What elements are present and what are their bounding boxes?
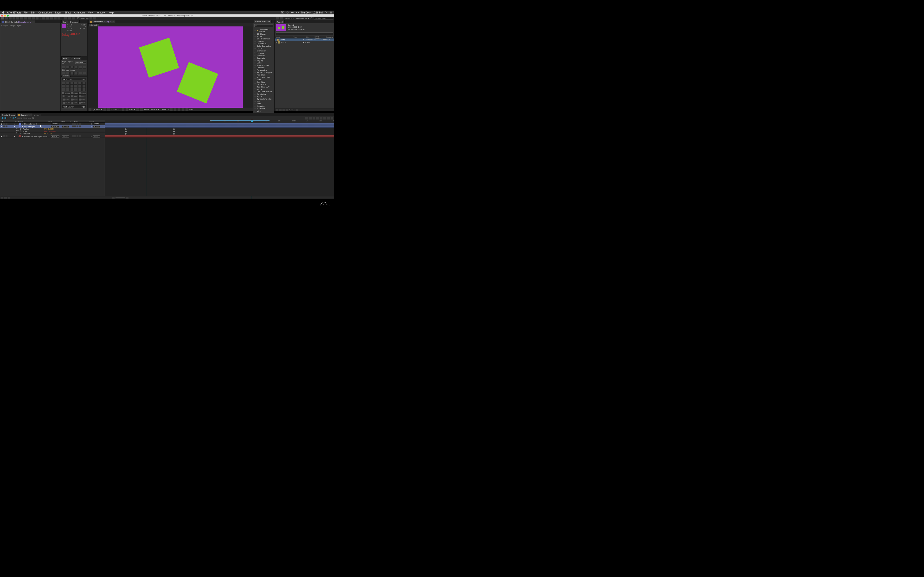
motion-blur-icon[interactable] — [320, 117, 322, 119]
footer-timecode[interactable]: 0:00:01:02 — [111, 108, 120, 111]
snapshot-icon[interactable] — [122, 108, 124, 111]
switch[interactable] — [72, 135, 74, 137]
motion-jump-button[interactable]: JUMP — [71, 95, 78, 98]
effects-category[interactable]: ▸Perspective — [254, 69, 273, 71]
layer-bar[interactable] — [105, 122, 334, 125]
stopwatch-icon[interactable]: ⏱ — [20, 130, 23, 132]
dropdown-icon[interactable]: ▾ — [158, 108, 159, 111]
effects-category[interactable]: ▸Red Giant MisFire — [254, 91, 273, 93]
layer-bar[interactable] — [105, 125, 334, 128]
view-axis-icon[interactable] — [72, 17, 74, 19]
zoom-value[interactable]: (57.8%) — [93, 108, 100, 111]
type-tool[interactable] — [36, 17, 39, 19]
effects-category[interactable]: ▸★* Animation Presets — [254, 28, 273, 33]
toggle-switches-icon[interactable] — [1, 197, 3, 198]
trash-icon[interactable] — [296, 109, 298, 111]
effects-presets-tab[interactable]: Effects & Presets — [254, 20, 272, 23]
motion-rope-button[interactable]: ROPE — [78, 98, 86, 101]
effects-category[interactable]: ▸Frischluft — [254, 55, 273, 57]
graph-editor-icon[interactable] — [331, 117, 333, 119]
menu-window[interactable]: Window — [97, 11, 105, 14]
effects-category[interactable]: ▸Text — [254, 100, 273, 103]
layer-color-icon[interactable] — [19, 135, 21, 137]
lock-toggle[interactable] — [5, 123, 8, 125]
motion-slider[interactable] — [74, 82, 78, 85]
menu-effect[interactable]: Effect — [65, 11, 71, 14]
effects-category[interactable]: ▸Audio — [254, 35, 273, 38]
parent-select[interactable]: None ▾ — [93, 123, 100, 125]
effects-category[interactable]: ▸Channel — [254, 40, 273, 43]
effects-category[interactable]: ▸3D Channel — [254, 33, 273, 35]
menu-view[interactable]: View — [88, 11, 94, 14]
zoom-slider[interactable] — [115, 197, 125, 198]
snap-option-2-icon[interactable] — [94, 17, 96, 19]
motion-slider[interactable] — [66, 88, 69, 91]
timeline-timecode[interactable]: 0:00:01:02 — [2, 117, 16, 119]
effects-category[interactable]: ▸Transition — [254, 105, 273, 108]
lock-toggle[interactable] — [5, 126, 8, 127]
menubar-clock[interactable]: Thu Dec 4 10:58 PM — [300, 11, 323, 14]
orbit-tool[interactable] — [13, 17, 15, 19]
twirl-icon[interactable]: ▸ — [13, 126, 16, 128]
screencast-icon[interactable] — [281, 11, 284, 14]
roto-tool[interactable] — [54, 17, 57, 19]
pen-tool[interactable] — [32, 17, 35, 19]
motion-spin-button[interactable]: SPIN — [71, 101, 78, 104]
effects-category[interactable]: ▸Matte — [254, 62, 273, 64]
render-queue-tab[interactable]: Render Queue — [0, 113, 16, 116]
distribute-6[interactable] — [83, 72, 86, 75]
motion-slider[interactable] — [78, 88, 82, 91]
cc-sync-icon[interactable] — [276, 17, 279, 19]
effects-category[interactable]: ▸Expression Controls — [254, 50, 273, 55]
volume-icon[interactable] — [296, 11, 299, 14]
interpret-footage-icon[interactable] — [276, 109, 278, 111]
align-bottom-button[interactable] — [83, 66, 86, 69]
brush-tool[interactable] — [42, 17, 45, 19]
character-tab[interactable]: Character — [68, 20, 80, 23]
solo-toggle[interactable] — [3, 123, 5, 125]
align-vcenter-button[interactable] — [79, 66, 82, 69]
distribute-4[interactable] — [74, 72, 78, 75]
zoom-in-icon[interactable] — [126, 197, 129, 198]
info-tab[interactable]: Info — [61, 20, 68, 23]
shy-icon[interactable] — [313, 117, 315, 119]
menu-hamburger-icon[interactable] — [330, 11, 332, 14]
keyframe[interactable] — [173, 131, 175, 132]
effects-category[interactable]: ▸Red Giant Denoiser II — [254, 81, 273, 86]
switch[interactable] — [74, 135, 76, 137]
switch[interactable] — [74, 123, 76, 125]
menu-composition[interactable]: Composition — [39, 11, 52, 14]
composition-tab[interactable]: Composition Comp 1 × — [88, 20, 115, 23]
switch[interactable] — [76, 126, 78, 127]
zoom-out-icon[interactable] — [112, 197, 115, 198]
menu-file[interactable]: File — [24, 11, 27, 14]
switch[interactable] — [79, 135, 81, 137]
puppet-tool[interactable] — [58, 17, 60, 19]
project-item[interactable]: Comp 1■ Composition0:00:05:26 — [275, 39, 334, 41]
transparency-grid-icon[interactable] — [140, 108, 143, 111]
timeline-none-tab[interactable]: (none) — [32, 113, 41, 116]
grid-toggle-icon[interactable] — [89, 108, 91, 111]
pixel-aspect-icon[interactable] — [170, 108, 173, 111]
brainstorm-icon[interactable] — [323, 117, 326, 119]
project-item[interactable]: ▸Solids■ Folder — [275, 41, 334, 44]
comp-mini-flowchart-icon[interactable] — [305, 117, 308, 119]
align-right-button[interactable] — [71, 66, 74, 69]
new-folder-icon[interactable] — [279, 109, 281, 111]
motion-slider[interactable] — [66, 85, 69, 88]
twirl-icon[interactable]: ▸ — [13, 135, 16, 137]
switch[interactable] — [76, 123, 78, 125]
trkmat-select[interactable]: None ▾ — [62, 135, 69, 137]
effects-category[interactable]: ▸Generate — [254, 57, 273, 60]
motion-blend-button[interactable]: BLEND — [71, 92, 78, 95]
distribute-2[interactable] — [66, 72, 69, 75]
reset-exposure-icon[interactable] — [186, 108, 188, 111]
solo-toggle[interactable] — [3, 126, 5, 127]
project-search[interactable] — [276, 32, 333, 35]
effects-category[interactable]: ▸Distort — [254, 47, 273, 50]
rotate-tool[interactable] — [16, 17, 19, 19]
battery-icon[interactable] — [291, 11, 294, 14]
motion-slider[interactable] — [78, 82, 82, 85]
property-row[interactable]: ◂ ◆ ▸⏱Rotation0x+34.7° — [0, 133, 105, 135]
dropdown-icon[interactable]: ▾ — [134, 108, 135, 111]
